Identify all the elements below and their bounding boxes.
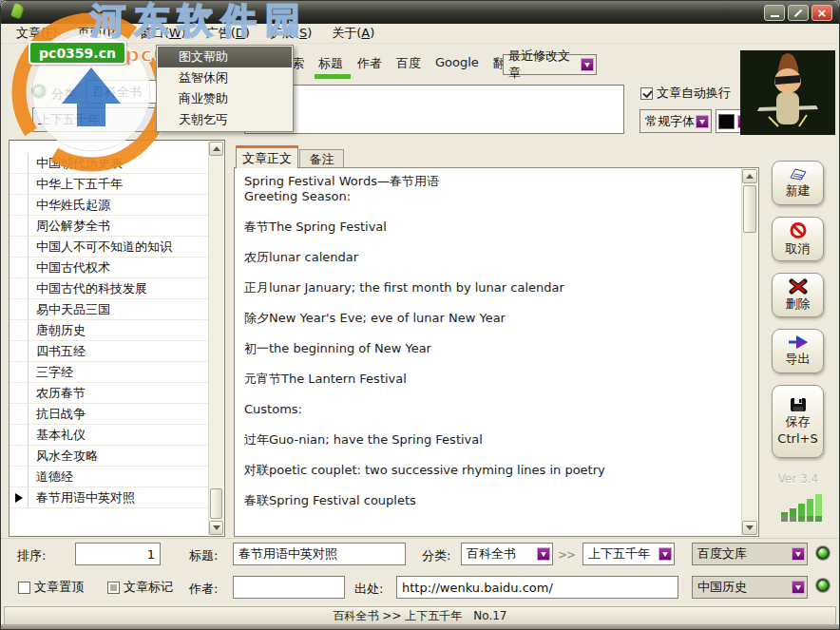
list-item[interactable]: 抗日战争 [10, 404, 208, 425]
search-input[interactable] [244, 85, 624, 134]
author-input[interactable] [233, 576, 345, 599]
version-label: Ver 3.4 [773, 472, 823, 486]
chevron-down-icon[interactable] [696, 115, 709, 128]
new-button[interactable]: 新建 [772, 161, 824, 205]
cancel-button[interactable]: 取消 [772, 217, 824, 261]
menu-bar: 文章(F)页面(P)窗口(W)广告(D)扩展(S)关于(A) [1, 24, 839, 44]
chevron-down-icon[interactable] [792, 547, 805, 561]
list-item[interactable]: 道德经 [10, 467, 208, 487]
menu-item-D[interactable]: 广告(D) [206, 25, 250, 42]
history-led-button[interactable] [816, 579, 830, 592]
chevron-down-icon[interactable] [659, 547, 672, 561]
font-style-dropdown[interactable]: 常规字体 [640, 109, 712, 133]
scrollbar-thumb[interactable] [743, 185, 756, 233]
maximize-button[interactable] [788, 5, 809, 21]
list-item[interactable]: 中华上下五千年 [10, 174, 208, 195]
popup-menu-item[interactable]: 商业赞助 [158, 88, 292, 109]
filter-tab[interactable]: 标题 [318, 55, 343, 72]
autowrap-checkbox[interactable] [640, 87, 653, 100]
title-input[interactable] [233, 543, 406, 565]
library-value: 百度文库 [697, 545, 747, 563]
filter-tab[interactable]: 作者 [357, 55, 382, 72]
scroll-down-button[interactable] [209, 521, 223, 535]
library-dropdown[interactable]: 百度文库 [692, 543, 808, 565]
content-scrollbar[interactable] [741, 169, 757, 535]
chevron-down-icon[interactable] [581, 58, 594, 71]
content-line: 农历lunar calendar [244, 250, 734, 265]
filter-tab[interactable]: 百度 [396, 55, 421, 72]
list-item[interactable]: 周公解梦全书 [10, 216, 208, 237]
subcategory-dropdown[interactable]: 上下五千年 [32, 107, 165, 132]
list-item-label: 农历春节 [29, 385, 86, 402]
content-lines: Spring Festival Words—春节用语Greeting Seaso… [244, 174, 734, 508]
content-line: 过年Guo-nian; have the Spring Festival [244, 432, 734, 448]
chevron-down-icon[interactable] [792, 581, 805, 594]
row-gutter [10, 446, 29, 466]
pin-article-option[interactable]: 文章置顶 [18, 579, 84, 596]
form-category-dropdown[interactable]: 百科全书 [461, 543, 553, 565]
scroll-up-button[interactable] [209, 142, 223, 156]
list-item[interactable]: 中国古代的科技发展 [10, 278, 208, 299]
save-button-label: 保存 [786, 413, 811, 430]
list-item[interactable]: 中国朝代历史表 [10, 153, 208, 174]
scroll-up-button[interactable] [742, 169, 757, 183]
list-item[interactable]: 春节用语中英对照 [10, 487, 208, 508]
scrollbar-thumb[interactable] [210, 488, 222, 519]
delete-button[interactable]: 删除 [772, 273, 824, 317]
autowrap-label: 文章自动换行 [657, 85, 731, 102]
list-item[interactable]: 易中天品三国 [10, 299, 208, 320]
list-item-label: 春节用语中英对照 [29, 489, 135, 506]
list-item[interactable]: 三字经 [10, 362, 208, 383]
source-input[interactable] [396, 576, 678, 599]
sort-input[interactable] [75, 543, 161, 565]
popup-menu-item[interactable]: 益智休闲 [158, 67, 292, 88]
mark-article-option[interactable]: 文章标记 [107, 579, 173, 596]
popup-menu-item[interactable]: 图文帮助 [158, 47, 292, 67]
form-subcategory-dropdown[interactable]: 上下五千年 [582, 543, 675, 565]
recent-articles-dropdown[interactable]: 最近修改文章 [503, 54, 597, 75]
content-line: 除夕New Year's Eve; eve of lunar New Year [244, 311, 734, 326]
row-gutter [10, 425, 29, 445]
list-scrollbar[interactable] [208, 142, 223, 535]
save-button[interactable]: 保存 Ctrl+S [772, 385, 824, 458]
row-gutter [10, 278, 29, 298]
history-dropdown[interactable]: 中国历史 [692, 576, 808, 599]
list-item[interactable]: 中国人不可不知道的知识 [10, 237, 208, 258]
arrow-down-icon [213, 525, 220, 534]
list-item[interactable]: 基本礼仪 [10, 425, 208, 446]
export-button[interactable]: 导出 [772, 329, 824, 373]
menu-item-A[interactable]: 关于(A) [332, 25, 374, 42]
minimize-button[interactable] [764, 5, 785, 21]
scroll-down-button[interactable] [742, 521, 757, 535]
row-gutter [10, 487, 29, 507]
filter-tab[interactable]: Google [435, 55, 479, 72]
title-label: 标题: [189, 547, 218, 564]
close-button[interactable]: × [811, 5, 832, 21]
list-item[interactable]: 农历春节 [10, 383, 208, 404]
history-value: 中国历史 [697, 579, 747, 596]
row-gutter [10, 299, 29, 319]
pin-article-checkbox[interactable] [18, 582, 30, 594]
list-item[interactable]: 四书五经 [10, 341, 208, 362]
autowrap-option[interactable]: 文章自动换行 [640, 85, 731, 102]
list-item[interactable]: 唐朝历史 [10, 320, 208, 341]
category-value: 百科全书 [92, 84, 142, 101]
chevron-down-icon[interactable] [537, 547, 550, 561]
list-item[interactable]: 中国古代权术 [10, 258, 208, 278]
title-bar[interactable]: × [1, 1, 839, 24]
row-gutter [10, 467, 29, 487]
menu-item-P[interactable]: 页面(P) [78, 25, 120, 42]
tab-article-body[interactable]: 文章正文 [236, 145, 298, 168]
menu-item-S[interactable]: 扩展(S) [270, 25, 312, 42]
menu-item-W[interactable]: 窗口(W) [140, 25, 186, 42]
menu-item-F[interactable]: 文章(F) [16, 25, 58, 42]
category-dropdown[interactable]: 百科全书 [86, 80, 165, 104]
category-led-icon[interactable] [32, 85, 46, 98]
list-item[interactable]: 风水全攻略 [10, 446, 208, 467]
tab-notes[interactable]: 备注 [299, 149, 344, 168]
mark-article-checkbox[interactable] [107, 582, 120, 594]
article-content-panel[interactable]: Spring Festival Words—春节用语Greeting Seaso… [234, 167, 759, 537]
popup-menu-item[interactable]: 天朝乞丐 [158, 109, 292, 130]
list-item[interactable]: 中华姓氏起源 [10, 195, 208, 216]
library-led-button[interactable] [816, 546, 830, 560]
